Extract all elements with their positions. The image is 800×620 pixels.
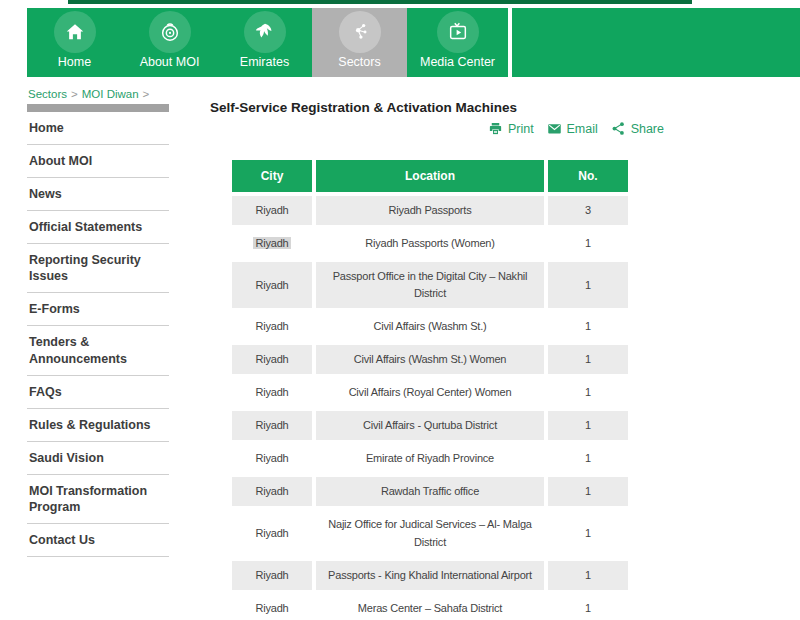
count-cell: 1 (548, 262, 628, 308)
location-cell: Civil Affairs (Washm St.) Women (316, 345, 544, 374)
media-center-tv-icon (437, 11, 479, 53)
sidebar-item-saudi-vision[interactable]: Saudi Vision (27, 442, 169, 475)
nav-tab-label: Sectors (338, 55, 380, 69)
column-header-location: Location (316, 160, 544, 192)
share-button[interactable]: Share (611, 121, 664, 136)
nav-tab-label: Media Center (420, 55, 495, 69)
breadcrumb: Sectors>MOI Diwan> (28, 88, 153, 100)
sidebar-item-rules-regulations[interactable]: Rules & Regulations (27, 409, 169, 442)
location-cell: Civil Affairs (Royal Center) Women (316, 378, 544, 407)
table-row: RiyadhCivil Affairs (Washm St.) Women1 (232, 345, 628, 374)
count-cell: 1 (548, 594, 628, 620)
nav-tab-emirates[interactable]: Emirates (217, 8, 312, 77)
city-cell: Riyadh (232, 345, 312, 374)
sidebar-item-contact-us[interactable]: Contact Us (27, 524, 169, 557)
home-icon (54, 11, 96, 53)
table-row: RiyadhNajiz Office for Judical Services … (232, 510, 628, 556)
top-edge-strip (68, 0, 692, 4)
city-cell: Riyadh (232, 411, 312, 440)
table-row: RiyadhRiyadh Passports3 (232, 196, 628, 225)
count-cell: 1 (548, 444, 628, 473)
locations-table-body: RiyadhRiyadh Passports3RiyadhRiyadh Pass… (232, 196, 628, 620)
breadcrumb-link-sectors[interactable]: Sectors (28, 88, 67, 100)
main-navbar: Home About MOI Emirates Sectors (27, 8, 800, 77)
city-cell: Riyadh (232, 444, 312, 473)
count-cell: 1 (548, 378, 628, 407)
sidebar-item-official-statements[interactable]: Official Statements (27, 211, 169, 244)
location-cell: Riyadh Passports (Women) (316, 229, 544, 258)
highlighted-city-text: Riyadh (253, 237, 290, 249)
email-icon (547, 121, 562, 136)
table-header-row: City Location No. (232, 160, 628, 192)
count-cell: 1 (548, 477, 628, 506)
page-actions: Print Email Share (488, 121, 664, 136)
table-row: RiyadhRawdah Traffic office1 (232, 477, 628, 506)
count-cell: 1 (548, 411, 628, 440)
breadcrumb-separator: > (71, 88, 78, 100)
emirates-falcon-icon (244, 11, 286, 53)
sidebar-item-tenders-announcements[interactable]: Tenders & Announcements (27, 326, 169, 376)
table-row: RiyadhPassports - King Khalid Internatio… (232, 561, 628, 590)
sidebar-item-e-forms[interactable]: E-Forms (27, 293, 169, 326)
table-row: RiyadhPassport Office in the Digital Cit… (232, 262, 628, 308)
city-cell: Riyadh (232, 378, 312, 407)
count-cell: 1 (548, 561, 628, 590)
sidebar-menu: Home About MOI News Official Statements … (27, 112, 169, 557)
city-cell: Riyadh (232, 561, 312, 590)
nav-tab-sectors[interactable]: Sectors (312, 8, 407, 77)
location-cell: Meras Center – Sahafa District (316, 594, 544, 620)
city-cell: Riyadh (232, 196, 312, 225)
email-button[interactable]: Email (547, 121, 598, 136)
location-cell: Emirate of Riyadh Province (316, 444, 544, 473)
location-cell: Riyadh Passports (316, 196, 544, 225)
table-row: RiyadhCivil Affairs - Qurtuba District1 (232, 411, 628, 440)
location-cell: Passport Office in the Digital City – Na… (316, 262, 544, 308)
table-row: RiyadhCivil Affairs (Washm St.)1 (232, 312, 628, 341)
count-cell: 1 (548, 510, 628, 556)
sidebar-item-reporting-security-issues[interactable]: Reporting Security Issues (27, 244, 169, 294)
sidebar-top-bar (27, 104, 169, 112)
sidebar-item-faqs[interactable]: FAQs (27, 376, 169, 409)
city-cell: Riyadh (232, 262, 312, 308)
page-title: Self-Service Registration & Activation M… (210, 100, 517, 115)
table-row: RiyadhEmirate of Riyadh Province1 (232, 444, 628, 473)
location-cell: Civil Affairs (Washm St.) (316, 312, 544, 341)
navbar-divider (508, 8, 512, 77)
sectors-network-icon (339, 11, 381, 53)
column-header-no: No. (548, 160, 628, 192)
nav-tab-label: Home (58, 55, 91, 69)
location-cell: Civil Affairs - Qurtuba District (316, 411, 544, 440)
nav-tab-label: About MOI (140, 55, 200, 69)
nav-tab-media-center[interactable]: Media Center (407, 8, 508, 77)
count-cell: 3 (548, 196, 628, 225)
breadcrumb-link-moi-diwan[interactable]: MOI Diwan (82, 88, 139, 100)
print-icon (488, 121, 503, 136)
machines-table: City Location No. RiyadhRiyadh Passports… (228, 156, 632, 620)
city-cell: Riyadh (232, 477, 312, 506)
table-row: RiyadhCivil Affairs (Royal Center) Women… (232, 378, 628, 407)
city-cell: Riyadh (232, 594, 312, 620)
table-row: RiyadhRiyadh Passports (Women)1 (232, 229, 628, 258)
breadcrumb-separator: > (143, 88, 150, 100)
nav-tab-about-moi[interactable]: About MOI (122, 8, 217, 77)
location-cell: Najiz Office for Judical Services – Al- … (316, 510, 544, 556)
print-button[interactable]: Print (488, 121, 534, 136)
city-cell: Riyadh (232, 229, 312, 258)
email-label: Email (567, 122, 598, 136)
share-label: Share (631, 122, 664, 136)
share-icon (611, 121, 626, 136)
count-cell: 1 (548, 229, 628, 258)
about-moi-emblem-icon (149, 11, 191, 53)
city-cell: Riyadh (232, 510, 312, 556)
nav-tab-label: Emirates (240, 55, 289, 69)
location-cell: Rawdah Traffic office (316, 477, 544, 506)
sidebar-item-moi-transformation-program[interactable]: MOI Transformation Program (27, 475, 169, 525)
sidebar-item-home[interactable]: Home (27, 112, 169, 145)
table-row: RiyadhMeras Center – Sahafa District1 (232, 594, 628, 620)
sidebar-item-news[interactable]: News (27, 178, 169, 211)
sidebar-item-about-moi[interactable]: About MOI (27, 145, 169, 178)
count-cell: 1 (548, 312, 628, 341)
print-label: Print (508, 122, 534, 136)
nav-tab-home[interactable]: Home (27, 8, 122, 77)
column-header-city: City (232, 160, 312, 192)
